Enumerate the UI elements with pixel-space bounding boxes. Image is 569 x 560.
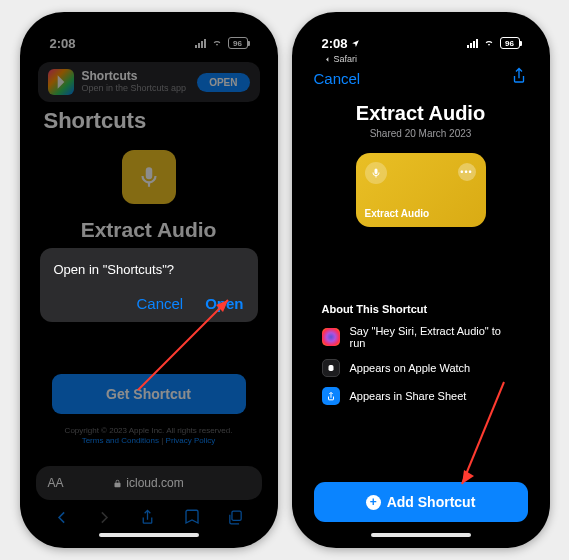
shared-date: Shared 20 March 2023 — [300, 128, 542, 139]
dynamic-island — [104, 34, 194, 60]
about-share-row: Appears in Share Sheet — [322, 387, 520, 405]
microphone-icon — [365, 162, 387, 184]
terms-link[interactable]: Terms and Conditions — [82, 436, 159, 445]
share-button[interactable] — [510, 66, 528, 90]
back-button[interactable] — [53, 509, 70, 526]
svg-rect-3 — [328, 365, 333, 371]
about-section: About This Shortcut Say "Hey Siri, Extra… — [300, 303, 542, 405]
about-watch-row: Appears on Apple Watch — [322, 359, 520, 377]
forward-button — [96, 509, 113, 526]
home-indicator[interactable] — [99, 533, 199, 537]
microphone-icon — [136, 164, 162, 190]
wifi-icon — [482, 38, 496, 48]
status-time: 2:08 — [322, 37, 348, 50]
share-button[interactable] — [139, 509, 156, 526]
location-icon — [351, 39, 360, 48]
phone-left: 2:08 96 Shortcuts Open in the Shortcuts … — [20, 12, 278, 548]
plus-icon: + — [366, 495, 381, 510]
cancel-button[interactable]: Cancel — [314, 70, 361, 87]
lock-icon — [113, 478, 122, 489]
banner-open-button[interactable]: OPEN — [197, 73, 249, 92]
battery-icon: 96 — [228, 37, 248, 49]
phone-right: 2:08 96 Safari Cancel Extract Audio Shar… — [292, 12, 550, 548]
alert-message: Open in "Shortcuts"? — [54, 262, 244, 277]
dynamic-island — [376, 34, 466, 60]
about-siri-row: Say "Hey Siri, Extract Audio" to run — [322, 325, 520, 349]
shortcut-name: Extract Audio — [28, 218, 270, 242]
alert-open-button[interactable]: Open — [205, 295, 243, 312]
alert-cancel-button[interactable]: Cancel — [136, 295, 183, 312]
text-size-button[interactable]: AA — [48, 476, 64, 490]
cellular-icon — [467, 38, 478, 48]
bookmarks-button[interactable] — [183, 508, 201, 526]
safari-address-bar[interactable]: AA icloud.com — [36, 466, 262, 500]
wifi-icon — [210, 38, 224, 48]
get-shortcut-button[interactable]: Get Shortcut — [52, 374, 246, 414]
share-sheet-icon — [322, 387, 340, 405]
shortcut-icon-tile — [122, 150, 176, 204]
status-time: 2:08 — [50, 36, 76, 51]
battery-icon: 96 — [500, 37, 520, 49]
home-indicator[interactable] — [371, 533, 471, 537]
banner-subtitle: Open in the Shortcuts app — [82, 84, 190, 94]
about-heading: About This Shortcut — [322, 303, 520, 315]
apple-watch-icon — [322, 359, 340, 377]
app-banner[interactable]: Shortcuts Open in the Shortcuts app OPEN — [38, 62, 260, 102]
url-display: icloud.com — [113, 476, 183, 490]
page-title: Shortcuts — [28, 106, 270, 140]
banner-title: Shortcuts — [82, 70, 190, 83]
card-more-button[interactable]: ••• — [458, 163, 476, 181]
shortcut-title: Extract Audio — [300, 102, 542, 125]
open-app-alert: Open in "Shortcuts"? Cancel Open — [40, 248, 258, 322]
shortcut-card[interactable]: ••• Extract Audio — [356, 153, 486, 227]
cellular-icon — [195, 38, 206, 48]
footer: Copyright © 2023 Apple Inc. All rights r… — [28, 426, 270, 447]
safari-toolbar — [28, 500, 270, 534]
tabs-button[interactable] — [227, 509, 244, 526]
siri-icon — [322, 328, 340, 346]
shortcuts-app-icon — [48, 69, 74, 95]
shortcut-hero: Extract Audio — [28, 140, 270, 248]
add-shortcut-button[interactable]: + Add Shortcut — [314, 482, 528, 522]
svg-rect-2 — [232, 511, 241, 520]
privacy-link[interactable]: Privacy Policy — [166, 436, 216, 445]
card-title: Extract Audio — [365, 208, 430, 219]
